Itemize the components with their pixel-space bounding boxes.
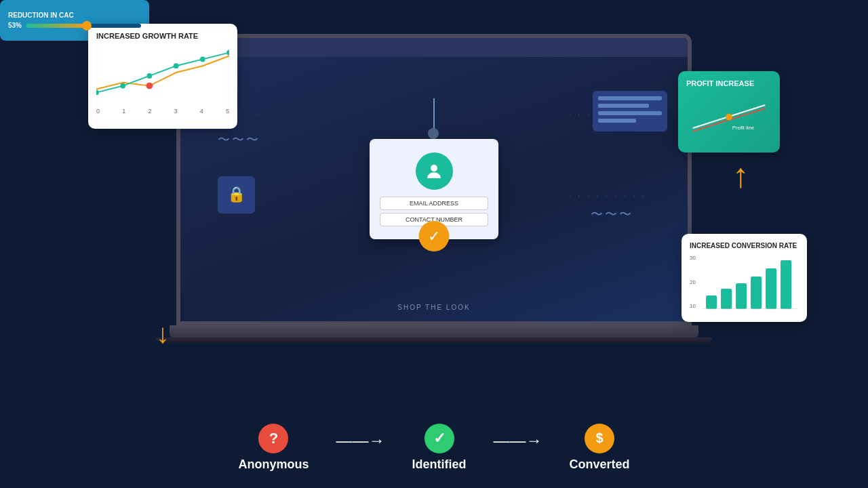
- dots-mid-right: · · · · · · · · ·: [569, 192, 647, 200]
- identified-icon-circle: ✓: [425, 424, 454, 453]
- label-3: 3: [174, 108, 178, 115]
- svg-text:Profit line: Profit line: [732, 125, 754, 131]
- y-label-10: 10: [690, 303, 696, 309]
- svg-point-5: [200, 56, 205, 62]
- laptop-base: [170, 325, 698, 338]
- slider-thumb: [82, 21, 92, 30]
- profit-line-chart: Profit line: [686, 93, 772, 140]
- y-label-30: 30: [690, 255, 696, 261]
- dollar-icon: $: [595, 430, 603, 446]
- svg-rect-14: [736, 283, 747, 309]
- screen-content: 〜〜〜 〜〜〜 · · · · · · · · · · · · · · · · …: [180, 38, 688, 321]
- svg-point-1: [96, 89, 99, 95]
- growth-card-title: INCREASED GROWTH RATE: [96, 32, 229, 40]
- svg-point-7: [146, 83, 153, 89]
- wavy-right: 〜〜〜: [591, 206, 633, 222]
- label-5: 5: [226, 108, 229, 115]
- converted-icon-circle: $: [585, 424, 614, 453]
- lock-box: 🔒: [218, 176, 255, 214]
- flow-step-identified: ✓ Identified: [412, 424, 467, 472]
- data-row-2: [598, 104, 649, 108]
- email-card: EMAIL ADDRESS CONTACT NUMBER ✓: [370, 139, 498, 239]
- bottom-flow-section: ? Anonymous ——→ ✓ Identified ——→ $ Conve…: [0, 407, 868, 488]
- hook: [433, 98, 435, 139]
- arrow-up-icon: ↑: [732, 156, 749, 195]
- svg-point-4: [174, 63, 179, 68]
- data-row-1: [598, 96, 662, 100]
- label-1: 1: [122, 108, 125, 115]
- data-row-4: [598, 119, 636, 123]
- conversion-bar-chart: [701, 255, 799, 309]
- conversion-card-title: INCREASED CONVERSION RATE: [690, 242, 799, 249]
- label-4: 4: [200, 108, 203, 115]
- svg-point-6: [226, 50, 229, 56]
- slider-track[interactable]: [26, 24, 141, 28]
- y-label-20: 20: [690, 279, 696, 285]
- arrow-2: ——→: [494, 431, 542, 450]
- growth-chart-area: [96, 45, 229, 106]
- svg-rect-15: [751, 277, 762, 309]
- check-icon: ✓: [433, 430, 446, 447]
- flow-step-anonymous: ? Anonymous: [238, 424, 309, 472]
- arrow-1: ——→: [336, 431, 385, 450]
- question-mark-icon: ?: [269, 430, 278, 447]
- connector-2: ——→: [494, 436, 542, 450]
- shop-label: SHOP THE LOOK: [397, 304, 470, 311]
- laptop-screen: 〜〜〜 〜〜〜 · · · · · · · · · · · · · · · · …: [176, 34, 692, 325]
- laptop-foot: [156, 338, 712, 343]
- connector-1: ——→: [336, 436, 385, 450]
- profit-increase-card: PROFIT INCREASE Profit line: [678, 71, 780, 152]
- svg-point-0: [431, 165, 437, 171]
- wavy-left: 〜〜〜: [218, 131, 260, 148]
- cac-percent: 53%: [8, 22, 22, 29]
- conversion-y-labels: 30 20 10: [690, 255, 698, 309]
- person-icon: [424, 161, 444, 182]
- svg-point-2: [120, 83, 125, 89]
- anonymous-label: Anonymous: [238, 458, 309, 472]
- label-0: 0: [96, 108, 100, 115]
- svg-rect-17: [781, 260, 791, 309]
- anonymous-icon-circle: ?: [258, 424, 288, 453]
- svg-rect-16: [766, 268, 776, 309]
- avatar-circle: [416, 152, 453, 190]
- browser-bar: [180, 38, 688, 57]
- cac-title: REDUCTION IN CAC: [8, 12, 141, 19]
- converted-label: Converted: [570, 458, 630, 472]
- growth-rate-card: INCREASED GROWTH RATE 0 1 2 3 4 5: [88, 24, 237, 129]
- check-badge: ✓: [419, 221, 450, 251]
- svg-rect-13: [721, 289, 732, 309]
- svg-point-3: [146, 73, 152, 79]
- laptop: 〜〜〜 〜〜〜 · · · · · · · · · · · · · · · · …: [176, 34, 692, 343]
- site-content: 〜〜〜 〜〜〜 · · · · · · · · · · · · · · · · …: [180, 57, 688, 321]
- growth-chart-labels: 0 1 2 3 4 5: [96, 108, 229, 115]
- data-row-3: [598, 111, 662, 115]
- profit-card-title: PROFIT INCREASE: [686, 79, 772, 87]
- growth-line-chart: [96, 45, 229, 100]
- conversion-chart-area: 30 20 10: [690, 255, 799, 309]
- data-box: [593, 91, 667, 131]
- email-address-field: EMAIL ADDRESS: [380, 197, 488, 210]
- svg-point-10: [726, 114, 732, 121]
- arrow-down-icon: ↓: [156, 319, 170, 349]
- slider-fill: [26, 24, 87, 28]
- flow-step-converted: $ Converted: [570, 424, 630, 472]
- label-2: 2: [148, 108, 151, 115]
- svg-rect-12: [706, 296, 717, 309]
- identified-label: Identified: [412, 458, 467, 472]
- conversion-rate-card: INCREASED CONVERSION RATE 30 20 10: [682, 234, 807, 322]
